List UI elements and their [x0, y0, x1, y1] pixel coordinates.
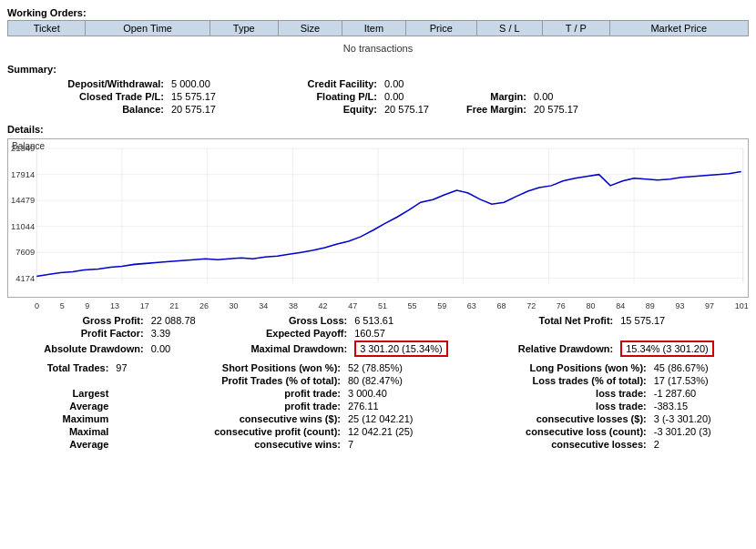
avg-cons-wins-label: consecutive wins: [140, 438, 344, 451]
average-label: Average [7, 400, 112, 412]
col-open-time: Open Time [86, 21, 209, 36]
margin-value: 0.00 [528, 91, 756, 102]
max-cons-profit-value: 12 042.21 (25) [344, 425, 455, 438]
expected-payoff-label: Expected Payoff: [215, 327, 351, 340]
total-trades-label: Total Trades: [7, 361, 112, 374]
profit-factor-label: Profit Factor: [7, 327, 148, 340]
loss-trades-label: Loss trades (% of total): [455, 374, 649, 387]
svg-text:17914: 17914 [11, 170, 35, 179]
chart-label: Balance [12, 141, 45, 151]
svg-text:14479: 14479 [11, 196, 35, 205]
maximal-label: Maximal [7, 425, 112, 438]
floating-label: Floating P/L: [259, 91, 377, 102]
profit-trades-value: 80 (82.47%) [344, 374, 455, 387]
total-net-profit-value: 15 575.17 [617, 314, 749, 327]
details-section: Details: Balance 21349 17914 14479 [7, 124, 749, 451]
largest-loss-label: loss trade: [455, 387, 649, 400]
loss-trades-value: 17 (17.53%) [650, 374, 749, 387]
expected-payoff-value: 160.57 [351, 327, 483, 340]
relative-drawdown-value: 15.34% (3 301.20) [620, 341, 714, 357]
long-pos-label: Long Positions (won %): [455, 361, 649, 374]
deposit-label: Deposit/Withdrawal: [18, 78, 164, 89]
profit-trades-label: Profit Trades (% of total): [140, 374, 344, 387]
balance-value: 20 575.17 [166, 104, 257, 115]
max-cons-losses-value: 3 (-3 301.20) [650, 412, 749, 425]
svg-text:4174: 4174 [15, 274, 35, 283]
col-price: Price [406, 21, 477, 36]
avg-cons-wins-value: 7 [344, 438, 455, 451]
summary-table: Deposit/Withdrawal: 5 000.00 Credit Faci… [16, 76, 756, 117]
total-trades-value: 97 [112, 361, 140, 374]
max-drawdown-value: 3 301.20 (15.34%) [354, 341, 448, 357]
max-drawdown-label: Maximal Drawdown: [215, 340, 351, 358]
gross-loss-label: Gross Loss: [215, 314, 351, 327]
avg-cons-losses-value: 2 [650, 438, 749, 451]
relative-drawdown-label: Relative Drawdown: [483, 340, 617, 358]
col-tp: T / P [543, 21, 609, 36]
details-title: Details: [7, 124, 749, 135]
profit-factor-value: 3.39 [148, 327, 216, 340]
credit-value: 0.00 [379, 78, 452, 89]
short-pos-value: 52 (78.85%) [344, 361, 455, 374]
absolute-drawdown-label: Absolute Drawdown: [7, 340, 148, 358]
average-label2: Average [7, 438, 112, 451]
largest-profit-label: profit trade: [140, 387, 344, 400]
col-type: Type [209, 21, 278, 36]
short-pos-label: Short Positions (won %): [140, 361, 344, 374]
avg-loss-value: -383.15 [650, 400, 749, 412]
working-orders-table: Ticket Open Time Type Size Item Price S … [7, 20, 749, 36]
gross-profit-value: 22 088.78 [148, 314, 216, 327]
equity-value: 20 575.17 [379, 104, 452, 115]
credit-label: Credit Facility: [259, 78, 377, 89]
avg-profit-value: 276.11 [344, 400, 455, 412]
floating-value: 0.00 [379, 91, 452, 102]
chart-svg: 21349 17914 14479 11044 7609 4174 [8, 139, 748, 297]
equity-label: Equity: [259, 104, 377, 115]
col-item: Item [342, 21, 405, 36]
avg-profit-label: profit trade: [140, 400, 344, 412]
summary-section: Summary: Deposit/Withdrawal: 5 000.00 Cr… [7, 64, 749, 117]
free-margin-value: 20 575.17 [528, 104, 756, 115]
avg-cons-losses-label: consecutive losses: [455, 438, 649, 451]
max-cons-loss-label: consecutive loss (count): [455, 425, 649, 438]
summary-title: Summary: [7, 64, 749, 75]
largest-label: Largest [7, 387, 112, 400]
gross-loss-value: 6 513.61 [351, 314, 483, 327]
long-pos-value: 45 (86.67%) [650, 361, 749, 374]
svg-text:11044: 11044 [11, 222, 35, 231]
largest-profit-value: 3 000.40 [344, 387, 455, 400]
max-cons-profit-label: consecutive profit (count): [140, 425, 344, 438]
absolute-drawdown-value: 0.00 [148, 340, 216, 358]
closed-pl-value: 15 575.17 [166, 91, 257, 102]
col-market-price: Market Price [609, 21, 748, 36]
max-cons-losses-label: consecutive losses ($): [455, 412, 649, 425]
stats-table: Gross Profit: 22 088.78 Gross Loss: 6 51… [7, 314, 749, 358]
svg-text:7609: 7609 [15, 248, 35, 257]
working-orders-section: Working Orders: Ticket Open Time Type Si… [7, 7, 749, 56]
maximum-label: Maximum [7, 412, 112, 425]
avg-loss-label: loss trade: [455, 400, 649, 412]
trades-table: Total Trades: 97 Short Positions (won %)… [7, 361, 749, 451]
gross-profit-label: Gross Profit: [7, 314, 148, 327]
deposit-value: 5 000.00 [166, 78, 257, 89]
total-net-profit-label: Total Net Profit: [483, 314, 617, 327]
closed-pl-label: Closed Trade P/L: [18, 91, 164, 102]
free-margin-label: Free Margin: [454, 104, 526, 115]
margin-label: Margin: [454, 91, 526, 102]
col-sl: S / L [476, 21, 543, 36]
col-size: Size [278, 21, 342, 36]
working-orders-title: Working Orders: [7, 7, 749, 18]
x-axis-labels: 0 5 9 13 17 21 26 30 34 38 42 47 51 55 5… [35, 301, 749, 310]
max-cons-wins-label: consecutive wins ($): [140, 412, 344, 425]
balance-chart: Balance 21349 17914 14479 11044 7609 [7, 138, 749, 298]
largest-loss-value: -1 287.60 [650, 387, 749, 400]
max-cons-loss-value: -3 301.20 (3) [650, 425, 749, 438]
col-ticket: Ticket [8, 21, 86, 36]
no-transactions-text: No transactions [7, 40, 749, 56]
max-cons-wins-value: 25 (12 042.21) [344, 412, 455, 425]
balance-label: Balance: [18, 104, 164, 115]
